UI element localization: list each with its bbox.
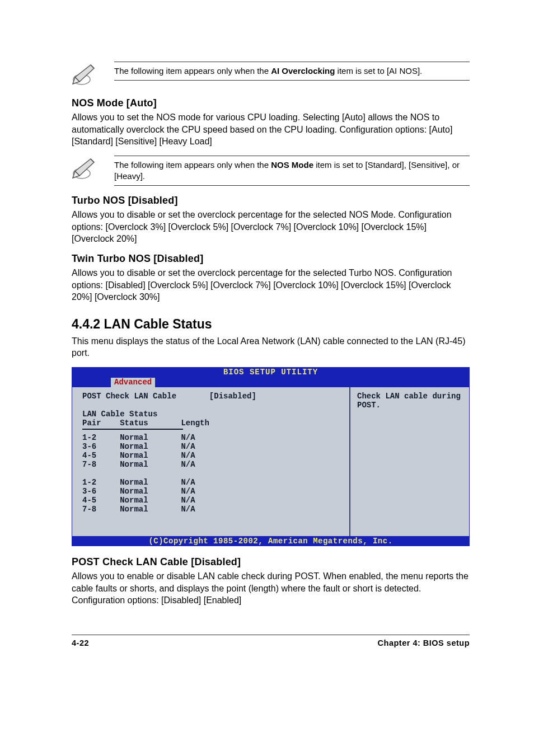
bios-body: POST Check LAN Cable [Disabled] LAN Cabl… bbox=[72, 387, 470, 537]
spacer bbox=[82, 401, 339, 410]
spacer bbox=[176, 392, 209, 401]
bold-term: NOS Mode bbox=[271, 160, 313, 170]
heading-post-check-lan: POST Check LAN Cable [Disabled] bbox=[72, 556, 470, 568]
note-text-block: The following item appears only when the… bbox=[114, 62, 470, 81]
label: POST Check LAN Cable bbox=[82, 392, 176, 401]
chapter-label: Chapter 4: BIOS setup bbox=[378, 638, 470, 647]
divider bbox=[114, 185, 470, 186]
bios-status-title: LAN Cable Status bbox=[82, 410, 339, 419]
note-text: The following item appears only when the… bbox=[114, 158, 470, 184]
table-row: 3-6 Normal N/A bbox=[82, 442, 339, 451]
heading-turbo-nos: Turbo NOS [Disabled] bbox=[72, 195, 470, 206]
divider bbox=[114, 156, 470, 156]
value: [Disabled] bbox=[209, 392, 256, 401]
table-row: 1-2 Normal N/A bbox=[82, 478, 339, 487]
spacer bbox=[82, 469, 339, 478]
note-nos-mode: The following item appears only when the… bbox=[72, 156, 470, 186]
divider bbox=[114, 62, 470, 62]
bios-help-text: Check LAN cable during POST. bbox=[357, 392, 462, 410]
bios-tab-row: Advanced bbox=[72, 377, 470, 387]
bios-title: BIOS SETUP UTILITY bbox=[72, 367, 470, 377]
table-row: 4-5 Normal N/A bbox=[82, 451, 339, 460]
table-row: 7-8 Normal N/A bbox=[82, 505, 339, 514]
text: The following item appears only when the bbox=[114, 160, 271, 170]
heading-nos-mode: NOS Mode [Auto] bbox=[72, 97, 470, 109]
table-row: 1-2 Normal N/A bbox=[82, 433, 339, 442]
bios-left-pane: POST Check LAN Cable [Disabled] LAN Cabl… bbox=[72, 387, 350, 536]
text: item is set to [AI NOS]. bbox=[335, 66, 422, 76]
bios-tab-advanced: Advanced bbox=[111, 378, 155, 387]
note-text: The following item appears only when the… bbox=[114, 64, 470, 78]
note-ai-overclocking: The following item appears only when the… bbox=[72, 62, 470, 88]
table-row: 7-8 Normal N/A bbox=[82, 460, 339, 469]
bios-help-pane: Check LAN cable during POST. bbox=[350, 387, 469, 536]
bios-post-check-row: POST Check LAN Cable [Disabled] bbox=[82, 392, 339, 401]
body-lan-cable-status: This menu displays the status of the Loc… bbox=[72, 335, 470, 359]
table-row: 4-5 Normal N/A bbox=[82, 496, 339, 505]
divider bbox=[82, 429, 183, 430]
body-nos-mode: Allows you to set the NOS mode for vario… bbox=[72, 111, 470, 148]
pencil-note-icon bbox=[72, 62, 99, 88]
body-post-check-lan: Allows you to enable or disable LAN cabl… bbox=[72, 570, 470, 594]
note-text-block: The following item appears only when the… bbox=[114, 156, 470, 186]
page-footer: 4-22 Chapter 4: BIOS setup bbox=[72, 635, 470, 647]
divider bbox=[114, 80, 470, 81]
heading-lan-cable-status: 4.4.2 LAN Cable Status bbox=[72, 317, 470, 332]
body-twin-turbo-nos: Allows you to disable or set the overclo… bbox=[72, 267, 470, 303]
table-row: 3-6 Normal N/A bbox=[82, 487, 339, 496]
bold-term: AI Overclocking bbox=[271, 66, 335, 76]
bios-screenshot: BIOS SETUP UTILITY Advanced POST Check L… bbox=[72, 367, 470, 546]
heading-twin-turbo-nos: Twin Turbo NOS [Disabled] bbox=[72, 253, 470, 265]
config-post-check-lan: Configuration options: [Disabled] [Enabl… bbox=[72, 594, 470, 607]
page-content: The following item appears only when the… bbox=[0, 0, 534, 675]
text: The following item appears only when the bbox=[114, 66, 271, 76]
body-turbo-nos: Allows you to disable or set the overclo… bbox=[72, 209, 470, 245]
page-number: 4-22 bbox=[72, 638, 89, 647]
bios-headers: Pair Status Length bbox=[82, 419, 339, 428]
bios-copyright: (C)Copyright 1985-2002, American Megatre… bbox=[72, 537, 470, 546]
pencil-note-icon bbox=[72, 156, 99, 182]
